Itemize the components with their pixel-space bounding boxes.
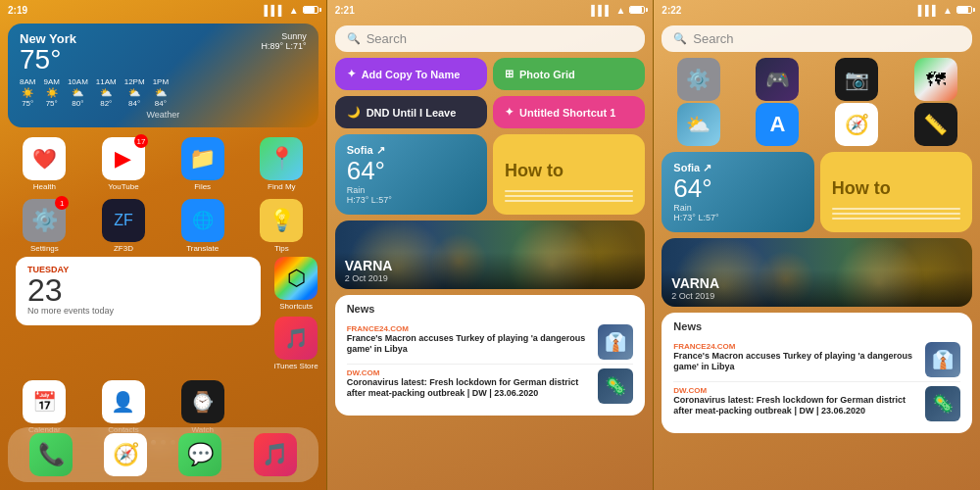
news-source-2-2: DW.COM (347, 368, 591, 377)
signal-icon: ▌▌▌ (265, 5, 285, 16)
news-title-3: News (673, 320, 960, 332)
news-headline-1-3: France's Macron accuses Turkey of playin… (673, 351, 917, 373)
app-appstore-3[interactable]: A (741, 103, 814, 146)
app-itunesstore-label: iTunes Store (274, 362, 318, 370)
shortcut-untitled[interactable]: ✦ Untitled Shortcut 1 (493, 96, 645, 128)
app-translate[interactable]: 🌐 Translate (166, 199, 239, 253)
news-source-1-2: FRANCE24.COM (347, 324, 591, 333)
shortcut-untitled-icon: ✦ (505, 106, 514, 119)
weather-widget[interactable]: New York 75° Sunny H:89° L:71° 8AM☀️75° … (8, 24, 318, 127)
weather-sub-2: Rain H:73° L:57° (347, 185, 475, 205)
app-maps-3[interactable]: 🗺 (899, 58, 972, 101)
weather-widget-small-2[interactable]: Sofia ↗ 64° Rain H:73° L:57° (335, 134, 487, 215)
app-youtube[interactable]: ▶ 17 YouTube (87, 137, 161, 191)
calendar-row: TUESDAY 23 No more events today ⬡ Shortc… (8, 257, 318, 370)
battery-icon-3 (956, 6, 972, 14)
app-weather-3[interactable]: ⛅ (662, 103, 735, 146)
news-item-1-2[interactable]: FRANCE24.COM France's Macron accuses Tur… (347, 320, 634, 365)
search-bar-2[interactable]: 🔍 Search (335, 25, 646, 52)
shortcut-untitled-label: Untitled Shortcut 1 (519, 107, 615, 119)
app-findmy[interactable]: 📍 Find My (245, 137, 318, 191)
weather-condition: Sunny H:89° L:71° (261, 31, 306, 51)
varna-widget-3[interactable]: VARNA 2 Oct 2019 (662, 238, 972, 307)
wifi-icon-2: ▲ (615, 5, 625, 16)
app-settings[interactable]: ⚙️ 1 Settings (8, 199, 81, 253)
widget-row-2: Sofia ↗ 64° Rain H:73° L:57° How to (335, 134, 646, 215)
app-calendar2[interactable]: 📅 Calendar (8, 380, 81, 434)
app-translate-label: Translate (186, 244, 219, 253)
weather-temp-small-3: 64° (673, 174, 802, 203)
app-shortcuts-label: Shortcuts (279, 302, 313, 311)
app-grid-row2: ⚙️ 1 Settings ZF ZF3D 🌐 Translate 💡 Tips (0, 193, 326, 259)
shortcut-dnd-label: DND Until I Leave (367, 107, 457, 119)
dock-phone[interactable]: 📞 (29, 433, 73, 476)
news-source-2-3: DW.COM (673, 386, 917, 395)
right-apps: ⬡ Shortcuts 🎵 iTunes Store (274, 257, 318, 370)
howto-widget-3[interactable]: How to (820, 152, 972, 232)
news-thumb-1-3: 👔 (925, 342, 960, 377)
wifi-icon: ▲ (289, 5, 299, 16)
shortcut-photo-grid[interactable]: ⊞ Photo Grid (493, 58, 645, 90)
weather-temp-small-2: 64° (347, 157, 475, 185)
news-thumb-2-3: 🦠 (925, 386, 960, 421)
app-settings-3[interactable]: ⚙️ (662, 58, 735, 101)
app-shortcuts[interactable]: ⬡ Shortcuts (274, 257, 318, 311)
search-icon-3: 🔍 (673, 32, 687, 45)
app-camera-3[interactable]: 📷 (820, 58, 894, 101)
dock-messages[interactable]: 💬 (178, 433, 221, 476)
news-item-1-3[interactable]: FRANCE24.COM France's Macron accuses Tur… (673, 338, 960, 382)
app-contacts[interactable]: 👤 Contacts (87, 380, 161, 434)
search-text-3: Search (693, 31, 733, 46)
dock-safari[interactable]: 🧭 (104, 433, 147, 476)
shortcut-add-copy[interactable]: ✦ Add Copy To Name (335, 58, 487, 90)
signal-icon-2: ▌▌▌ (591, 5, 612, 16)
search-icon-2: 🔍 (347, 32, 361, 45)
app-safari-3[interactable]: 🧭 (820, 103, 894, 146)
app-zf3d-label: ZF3D (114, 244, 133, 253)
app-files[interactable]: 📁 Files (166, 137, 239, 191)
varna-widget-2[interactable]: VARNA 2 Oct 2019 (335, 220, 646, 289)
weather-widget-small-3[interactable]: Sofia ↗ 64° Rain H:73° L:57° (662, 152, 813, 232)
app-tips[interactable]: 💡 Tips (245, 199, 318, 253)
varna-date-2: 2 Oct 2019 (345, 273, 636, 283)
howto-lines-2 (505, 187, 633, 205)
news-headline-2-2: Coronavirus latest: Fresh lockdown for G… (347, 377, 591, 400)
news-thumb-2-2: 🦠 (598, 368, 633, 404)
news-thumb-1-2: 👔 (598, 324, 633, 360)
time-1: 2:19 (8, 5, 27, 16)
news-source-1-3: FRANCE24.COM (673, 342, 917, 351)
varna-overlay-2: VARNA 2 Oct 2019 (335, 252, 646, 289)
app-empty (245, 380, 318, 434)
status-bar-3: 2:22 ▌▌▌ ▲ (654, 0, 980, 20)
news-headline-1-2: France's Macron accuses Turkey of playin… (347, 333, 591, 356)
app-watch[interactable]: ⌚ Watch (166, 380, 239, 434)
howto-widget-2[interactable]: How to (493, 134, 645, 215)
weather-sub-3: Rain H:73° L:57° (673, 203, 802, 222)
search-bar-3[interactable]: 🔍 Search (662, 25, 972, 52)
app-grid-row1: ❤️ Health ▶ 17 YouTube 📁 Files 📍 Find My (0, 131, 326, 197)
app-health[interactable]: ❤️ Health (8, 137, 81, 191)
panel-shortcuts: 2:21 ▌▌▌ ▲ 🔍 Search ✦ Add Copy To Name ⊞… (327, 0, 654, 490)
news-widget-2[interactable]: News FRANCE24.COM France's Macron accuse… (335, 295, 646, 416)
news-title-2: News (347, 303, 634, 315)
widget-row-3: Sofia ↗ 64° Rain H:73° L:57° How to (662, 152, 972, 232)
battery-icon-2 (629, 6, 645, 14)
app-itunesstore[interactable]: 🎵 iTunes Store (274, 317, 318, 370)
app-zf3d[interactable]: ZF ZF3D (87, 199, 161, 253)
apps-row1-3: ⚙️ 🎮 📷 🗺 (662, 58, 972, 101)
shortcut-dnd[interactable]: 🌙 DND Until I Leave (335, 96, 487, 128)
news-item-2-2[interactable]: DW.COM Coronavirus latest: Fresh lockdow… (347, 365, 634, 408)
howto-lines-3 (832, 205, 960, 222)
app-ruler-3[interactable]: 📏 (899, 103, 972, 146)
calendar-widget[interactable]: TUESDAY 23 No more events today (16, 257, 261, 325)
shortcut-dnd-icon: 🌙 (347, 106, 361, 119)
news-item-2-3[interactable]: DW.COM Coronavirus latest: Fresh lockdow… (673, 382, 960, 425)
status-bar-2: 2:21 ▌▌▌ ▲ (327, 0, 654, 20)
app-game-3[interactable]: 🎮 (741, 58, 814, 101)
dock-music[interactable]: 🎵 (254, 433, 297, 476)
shortcut-photo-grid-icon: ⊞ (505, 68, 514, 80)
time-2: 2:21 (335, 5, 355, 16)
news-widget-3[interactable]: News FRANCE24.COM France's Macron accuse… (662, 313, 972, 433)
signal-icon-3: ▌▌▌ (918, 5, 939, 16)
varna-name-2: VARNA (345, 258, 636, 273)
